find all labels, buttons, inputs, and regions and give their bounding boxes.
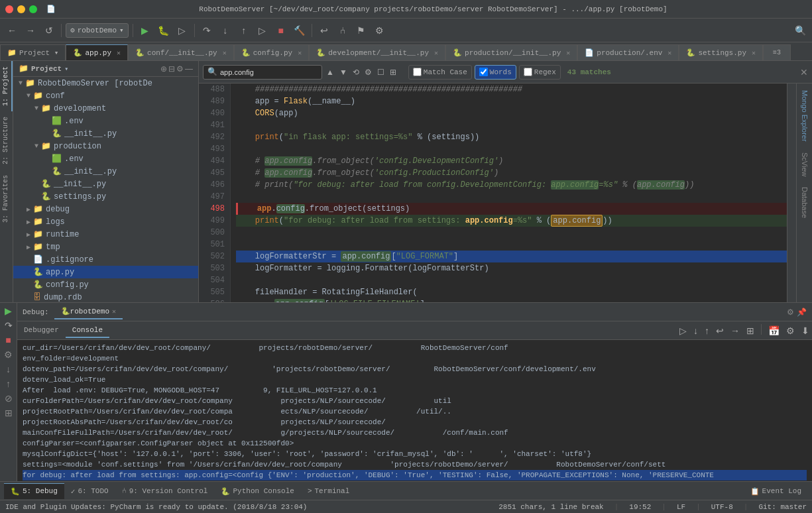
event-log-tab[interactable]: 📋 Event Log — [744, 483, 808, 499]
tree-prod-init[interactable]: 🐍 __init__.py — [13, 165, 198, 178]
tab-config-py[interactable]: 🐍 config.py ✕ — [234, 44, 309, 60]
bottom-tab-debug[interactable]: 🐛 5: Debug — [4, 483, 64, 499]
tree-development[interactable]: ▼ 📁 development — [13, 102, 198, 115]
console-calendar-btn[interactable]: 📅 — [766, 324, 782, 337]
vtab-project[interactable]: 1: Project — [0, 61, 13, 111]
tab-close-icon[interactable]: ✕ — [667, 49, 671, 57]
search-prev-btn[interactable]: ▲ — [325, 66, 335, 78]
sidebar-collapse-btn[interactable]: ⊟ — [168, 64, 175, 74]
debug-tab-close[interactable]: ✕ — [112, 308, 116, 315]
tree-config-py[interactable]: 🐍 config.py — [13, 278, 198, 291]
console-subtab[interactable]: Console — [66, 323, 109, 338]
tree-app-py[interactable]: 🐍 app.py — [13, 266, 198, 278]
bottom-tab-todo[interactable]: ✓ 6: TODO — [64, 483, 115, 499]
tree-debug-folder[interactable]: ▶ 📁 debug — [13, 203, 198, 215]
vtab-structure[interactable]: 2: Structure — [0, 111, 13, 170]
dbg-stepout-btn[interactable]: ↑ — [6, 378, 11, 389]
tree-settings[interactable]: 🐍 settings.py — [13, 190, 198, 203]
sidebar-hide-btn[interactable]: — — [185, 64, 193, 74]
tab-settings-py[interactable]: 🐍 settings.py ✕ — [679, 44, 763, 60]
tab-close-icon[interactable]: ✕ — [566, 49, 570, 57]
tab-app-py[interactable]: 🐍 app.py ✕ — [66, 44, 128, 60]
bottom-tab-terminal[interactable]: > Terminal — [301, 483, 356, 499]
console-settings-btn[interactable]: ⚙ — [783, 324, 797, 337]
search-filter-btn[interactable]: ⊞ — [388, 66, 398, 78]
run-coverage-btn[interactable]: ▷ — [174, 23, 190, 38]
debugger-pin-btn[interactable]: 📌 — [797, 308, 807, 317]
search-everywhere-btn[interactable]: 🔍 — [792, 23, 808, 38]
fwd-btn[interactable]: → — [23, 23, 38, 38]
dbg-settings-btn[interactable]: ⚙ — [4, 349, 13, 360]
tab-close-icon[interactable]: ✕ — [752, 49, 756, 57]
close-button[interactable] — [5, 5, 13, 13]
undo-btn[interactable]: ↩ — [316, 23, 332, 38]
debugger-subtab[interactable]: Debugger — [17, 323, 66, 338]
search-next-btn[interactable]: ▼ — [338, 66, 349, 78]
build-btn[interactable]: 🔨 — [292, 23, 308, 38]
console-evaluate-btn[interactable]: ⊞ — [744, 324, 757, 337]
debug-tab-robotdemo[interactable]: 🐍 robotDemo ✕ — [54, 305, 123, 319]
tree-runtime-folder[interactable]: ▶ 📁 runtime — [13, 228, 198, 241]
search-options-btn[interactable]: ⚙ — [363, 66, 373, 78]
tree-root[interactable]: ▼ 📁 RobotDemoServer [robotDe — [13, 77, 198, 89]
words-checkbox[interactable] — [479, 68, 488, 76]
tree-production[interactable]: ▼ 📁 production — [13, 140, 198, 152]
right-scrollbar[interactable] — [787, 84, 796, 302]
step-over-btn[interactable]: ↷ — [199, 23, 215, 38]
search-close-btn[interactable]: ✕ — [800, 67, 808, 78]
match-case-checkbox[interactable] — [413, 68, 422, 76]
back-btn[interactable]: ← — [4, 23, 20, 38]
bottom-tab-vcs[interactable]: ⑃ 9: Version Control — [115, 483, 215, 499]
vtab-favorites[interactable]: 3: Favorites — [0, 170, 13, 228]
settings-btn[interactable]: ⚙ — [372, 23, 388, 38]
tree-dev-env[interactable]: 🟩 .env — [13, 115, 198, 127]
stop-debug-btn[interactable]: ■ — [5, 335, 11, 345]
tree-dump-rdb[interactable]: 🗄 dump.rdb — [13, 291, 198, 302]
debugger-settings-btn[interactable]: ⚙ — [787, 308, 794, 317]
match-case-option[interactable]: Match Case — [408, 65, 472, 80]
step-out-btn[interactable]: ↑ — [236, 23, 252, 38]
console-stepback-btn[interactable]: ↩ — [713, 324, 726, 337]
console-output[interactable]: cur_dir=/Users/crifan/dev/dev_root/compa… — [17, 340, 812, 481]
tree-dev-init[interactable]: 🐍 __init__.py — [13, 127, 198, 140]
tree-prod-env[interactable]: 🟩 .env — [13, 152, 198, 165]
tab-close-icon[interactable]: ✕ — [298, 49, 302, 57]
tab-close-icon[interactable]: ✕ — [117, 49, 121, 57]
tree-conf-init[interactable]: 🐍 __init__.py — [13, 178, 198, 190]
tab-development-init[interactable]: 🐍 development/__init__.py ✕ — [309, 44, 445, 60]
run-config-dropdown[interactable]: ⚙ robotDemo ▾ — [66, 23, 129, 38]
dbg-evaluate-btn[interactable]: ⊞ — [5, 408, 13, 418]
sync-btn[interactable]: ↺ — [41, 23, 57, 38]
tab-close-icon[interactable]: ✕ — [223, 49, 227, 57]
console-stepout-btn[interactable]: ↑ — [702, 324, 712, 337]
scview-btn[interactable]: ScView — [799, 148, 810, 180]
console-export-btn[interactable]: ⬇ — [799, 324, 812, 337]
run-button[interactable]: ▶ — [137, 23, 153, 38]
console-resume-btn[interactable]: ▷ — [677, 324, 689, 337]
tab-production-env[interactable]: 📄 production/.env ✕ — [577, 44, 679, 60]
resume-btn[interactable]: ▷ — [255, 23, 270, 38]
vcs-btn[interactable]: ⑃ — [335, 23, 351, 38]
code-content[interactable]: ########################################… — [231, 84, 787, 302]
tree-logs-folder[interactable]: ▶ 📁 logs — [13, 215, 198, 228]
tree-conf[interactable]: ▼ 📁 conf — [13, 89, 198, 102]
step-into-btn[interactable]: ↓ — [217, 23, 233, 38]
regex-checkbox[interactable] — [524, 68, 532, 76]
terminal-btn[interactable]: ⚑ — [353, 23, 369, 38]
bottom-tab-python-console[interactable]: 🐍 Python Console — [214, 483, 300, 499]
resume-program-btn[interactable]: ▶ — [5, 306, 12, 316]
project-tab[interactable]: 📁 Project ▾ — [0, 44, 66, 60]
console-step-btn[interactable]: ↓ — [691, 324, 701, 337]
words-option[interactable]: Words — [475, 65, 516, 80]
search-input[interactable] — [220, 68, 318, 76]
tab-conf-init[interactable]: 🐍 conf/__init__.py ✕ — [128, 44, 234, 60]
debug-button[interactable]: 🐛 — [156, 23, 172, 38]
console-run-to-btn[interactable]: → — [728, 324, 742, 337]
step-over-btn[interactable]: ↷ — [5, 320, 13, 331]
tab-close-icon[interactable]: ✕ — [434, 49, 438, 57]
search-highlight-btn[interactable]: ☐ — [376, 66, 386, 78]
tab-production-init[interactable]: 🐍 production/__init__.py ✕ — [445, 44, 577, 60]
maximize-button[interactable] — [29, 5, 37, 13]
sidebar-settings-btn[interactable]: ⚙ — [176, 64, 184, 74]
regex-option[interactable]: Regex — [519, 65, 561, 80]
